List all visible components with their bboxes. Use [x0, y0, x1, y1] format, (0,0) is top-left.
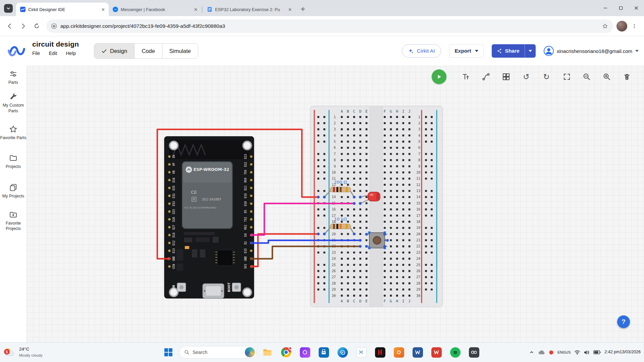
wire-tool-button[interactable]	[480, 71, 492, 83]
cirkit-ai-button[interactable]: Cirkit AI	[402, 44, 441, 58]
breadboard-hole	[402, 122, 404, 124]
breadboard-hole	[409, 122, 411, 124]
window-close-button[interactable]	[629, 0, 644, 16]
sidebar-item-favorite-parts[interactable]: Favorite Parts	[0, 125, 26, 140]
browser-tab-messenger[interactable]: Messenger | Facebook	[109, 3, 201, 16]
breadboard-hole	[396, 153, 398, 155]
selection-handle[interactable]	[368, 247, 371, 249]
browser-tab-cirkit[interactable]: Cirkit Designer IDE	[16, 3, 109, 16]
back-button[interactable]	[3, 20, 16, 33]
tab-search-button[interactable]	[4, 4, 13, 13]
export-button[interactable]: Export	[449, 44, 483, 58]
zoom-in-button[interactable]	[601, 71, 613, 83]
sidebar-item-projects[interactable]: Projects	[0, 154, 26, 169]
tab-close-button[interactable]	[100, 6, 106, 12]
esp32-devkit-board[interactable]: ESP-WROOM-32 CE R 311-141007 FCC ID:2AC7…	[164, 136, 254, 298]
netflix-icon[interactable]	[372, 344, 388, 360]
office-orange-app-icon[interactable]	[391, 344, 407, 360]
spotify-icon[interactable]	[447, 344, 463, 360]
sidebar-item-favorite-projects[interactable]: Favorite Projects	[0, 210, 26, 232]
breadboard-rail-hole	[425, 153, 427, 155]
breadboard[interactable]: 1122334455667788991010111112121313141415…	[310, 106, 443, 307]
selection-handle[interactable]	[368, 232, 371, 234]
module-serial: 311-141007	[202, 197, 221, 201]
chrome-icon[interactable]	[278, 344, 294, 360]
esp32-pin-label: VP	[172, 163, 175, 166]
account-menu[interactable]: xinacrishensoriano18@gmail.com	[544, 46, 639, 56]
photos-icon[interactable]	[297, 344, 313, 360]
breadboard-hole	[409, 159, 411, 161]
breadboard-column-letter: H	[396, 299, 398, 303]
microsoft-store-icon[interactable]	[316, 344, 332, 360]
browser-tab-esp32-doc[interactable]: ESP32 Laboratory Exercise 2: Pu	[203, 3, 296, 16]
share-button[interactable]: Share	[492, 44, 536, 58]
text-tool-button[interactable]	[460, 71, 472, 83]
rotate-ccw-button[interactable]: ↺	[520, 71, 532, 83]
breadboard-rail-hole	[431, 202, 433, 204]
start-button[interactable]	[160, 344, 176, 360]
wire-3v3-red[interactable]	[252, 234, 318, 266]
bookmark-star-button[interactable]	[600, 21, 610, 32]
onedrive-icon[interactable]	[538, 350, 545, 355]
breadboard-row-number: 10	[416, 171, 420, 174]
start-simulation-button[interactable]	[432, 69, 446, 84]
esp32-pin-label: D19	[244, 193, 247, 198]
window-minimize-button[interactable]	[598, 0, 613, 16]
tray-red-app-icon[interactable]	[549, 350, 554, 355]
menu-help[interactable]: Help	[66, 51, 76, 56]
battery-icon[interactable]	[593, 350, 601, 354]
forward-button[interactable]	[17, 20, 30, 33]
breadboard-rail-hole	[323, 270, 325, 272]
wps-icon[interactable]	[428, 344, 444, 360]
window-maximize-button[interactable]	[613, 0, 629, 16]
boot-button[interactable]: BOOT	[227, 282, 241, 292]
dark-app-icon[interactable]	[466, 344, 482, 360]
edge-icon[interactable]	[334, 344, 351, 360]
url-text[interactable]: app.cirkitdesigner.com/project/4072bc19-…	[60, 23, 596, 29]
zoom-out-button[interactable]	[581, 71, 593, 83]
new-tab-button[interactable]	[298, 4, 308, 14]
url-bar[interactable]: app.cirkitdesigner.com/project/4072bc19-…	[46, 19, 613, 33]
snipping-app-icon[interactable]	[353, 344, 369, 360]
browser-profile-avatar[interactable]	[616, 21, 627, 32]
sidebar-item-my-custom-parts[interactable]: My Custom Parts	[0, 93, 26, 114]
tab-simulate[interactable]: Simulate	[162, 44, 198, 58]
breadboard-hole	[366, 270, 368, 272]
sidebar-item-my-projects[interactable]: My Projects	[0, 183, 26, 199]
circuit-svg[interactable]: 1122334455667788991010111112121313141415…	[27, 66, 644, 342]
wifi-icon[interactable]	[574, 350, 580, 355]
site-settings-icon[interactable]	[51, 23, 57, 29]
breadboard-rail-hole	[425, 128, 427, 130]
hidden-icons-button[interactable]	[529, 350, 534, 355]
delete-button[interactable]	[621, 71, 633, 83]
wire-endpoint	[251, 242, 254, 245]
tab-code[interactable]: Code	[134, 44, 162, 58]
word-icon[interactable]	[410, 344, 426, 360]
reload-button[interactable]	[30, 20, 43, 33]
volume-icon[interactable]	[584, 350, 590, 355]
taskbar-search[interactable]: Search	[179, 346, 257, 359]
tab-close-button[interactable]	[193, 6, 199, 12]
menu-file[interactable]: File	[32, 51, 40, 56]
share-dropdown[interactable]	[525, 44, 536, 58]
browser-menu-button[interactable]	[628, 20, 641, 33]
help-button[interactable]: ?	[617, 315, 630, 328]
module-name: ESP-WROOM-32	[194, 167, 229, 172]
tab-design[interactable]: Design	[94, 44, 134, 58]
project-title[interactable]: circuit design	[32, 40, 79, 48]
rotate-cw-button[interactable]: ↻	[540, 71, 552, 83]
breadboard-hole	[409, 233, 411, 235]
menu-edit[interactable]: Edit	[49, 51, 57, 56]
tab-close-button[interactable]	[287, 6, 293, 12]
weather-widget[interactable]: 5 24°C Mostly cloudy	[3, 343, 43, 362]
design-canvas[interactable]: 1122334455667788991010111112121313141415…	[27, 66, 644, 342]
sidebar-item-parts[interactable]: Parts	[0, 70, 26, 85]
breadboard-hole	[353, 184, 355, 186]
grid-view-button[interactable]	[500, 71, 512, 83]
clock[interactable]: 2:42 pm 13/03/2026	[604, 349, 641, 355]
search-placeholder: Search	[193, 350, 207, 355]
fit-to-screen-button[interactable]	[561, 71, 573, 83]
file-explorer-icon[interactable]	[259, 344, 275, 360]
language-switcher[interactable]: ENG US	[557, 350, 571, 355]
breadboard-hole	[347, 172, 349, 174]
